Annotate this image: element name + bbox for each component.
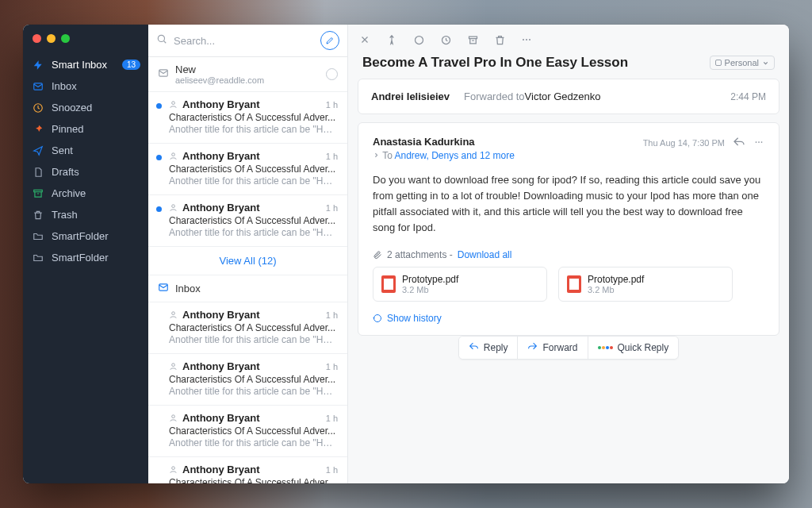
- search-input[interactable]: [174, 35, 314, 47]
- message-from: Anthony Bryant: [182, 150, 260, 162]
- section-title: New: [175, 64, 264, 75]
- compose-button[interactable]: [320, 31, 339, 50]
- message-date: Thu Aug 14, 7:30 PM: [643, 138, 725, 148]
- sidebar-item-drafts[interactable]: Drafts: [23, 161, 148, 183]
- message-subject: Characteristics Of A Successful Adver...: [169, 425, 338, 437]
- svg-point-17: [526, 39, 527, 40]
- svg-point-10: [172, 364, 175, 367]
- paperclip-icon: [373, 250, 382, 260]
- message-subject: Characteristics Of A Successful Adver...: [169, 374, 338, 385]
- sidebar-item-snoozed[interactable]: Snoozed: [23, 97, 148, 118]
- chevron-right-icon: [373, 152, 380, 159]
- reply-icon[interactable]: [733, 136, 745, 150]
- message-item[interactable]: Anthony Bryant1 hCharacteristics Of A Su…: [148, 195, 347, 247]
- mail-icon: [158, 67, 169, 81]
- delete-icon[interactable]: [492, 33, 507, 47]
- recipients-link[interactable]: Andrew, Denys and 12 more: [394, 150, 514, 161]
- forward-sender: Andrei Ielisieiev: [371, 90, 450, 102]
- svg-point-9: [172, 312, 175, 315]
- message-list-pane: New aeliseev@readdle.com Anthony Bryant1…: [148, 25, 348, 483]
- sidebar-item-smart-inbox[interactable]: Smart Inbox 13: [23, 54, 148, 75]
- message-item[interactable]: Anthony Bryant1 hCharacteristics Of A Su…: [148, 302, 347, 354]
- close-window-button[interactable]: [33, 34, 41, 43]
- unread-dot-icon: [156, 155, 162, 160]
- quick-reply-button[interactable]: Quick Reply: [588, 337, 679, 359]
- sidebar-item-archive[interactable]: Archive: [23, 183, 148, 204]
- svg-point-16: [523, 39, 524, 40]
- message-time: 1 h: [326, 203, 338, 213]
- message-time: 1 h: [326, 362, 338, 371]
- forwarded-summary[interactable]: Andrei Ielisieiev Forwarded to Victor Ge…: [358, 79, 779, 114]
- svg-rect-15: [469, 37, 477, 39]
- mark-read-icon[interactable]: [412, 33, 426, 47]
- message-item[interactable]: Anthony Bryant1 hCharacteristics Of A Su…: [148, 144, 347, 195]
- sidebar-item-trash[interactable]: Trash: [23, 204, 148, 225]
- attachment-item[interactable]: Prototype.pdf3.2 Mb: [558, 267, 733, 302]
- attachment-item[interactable]: Prototype.pdf3.2 Mb: [373, 267, 547, 302]
- message-item[interactable]: Anthony Bryant1 hCharacteristics Of A Su…: [148, 92, 347, 144]
- archive-icon[interactable]: [465, 33, 480, 47]
- reply-button[interactable]: Reply: [459, 337, 519, 359]
- sidebar-item-sent[interactable]: Sent: [23, 140, 148, 161]
- sidebar-item-label: Smart Inbox: [52, 59, 107, 71]
- attachment-name: Prototype.pdf: [588, 274, 644, 285]
- close-icon[interactable]: [358, 33, 372, 47]
- pdf-icon: [381, 275, 396, 293]
- message-sender: Anastasia Kadurkina: [373, 136, 515, 148]
- pin-icon[interactable]: [385, 33, 399, 47]
- pdf-icon: [567, 275, 581, 293]
- sidebar-item-label: Drafts: [52, 166, 79, 178]
- window-controls: [23, 29, 148, 54]
- svg-point-6: [172, 153, 175, 156]
- svg-point-3: [158, 35, 164, 41]
- forward-button[interactable]: Forward: [518, 337, 588, 359]
- sidebar-item-smartfolder-2[interactable]: SmartFolder: [23, 247, 148, 268]
- chevron-down-icon: [762, 60, 769, 67]
- svg-rect-2: [34, 190, 43, 191]
- archive-icon: [33, 188, 44, 199]
- reader-toolbar: [348, 25, 789, 55]
- show-history-button[interactable]: Show history: [373, 313, 764, 324]
- sidebar-item-inbox[interactable]: Inbox: [23, 75, 148, 97]
- snooze-icon[interactable]: [439, 33, 453, 47]
- download-all-link[interactable]: Download all: [458, 249, 512, 260]
- unread-badge: 13: [122, 60, 140, 70]
- message-item[interactable]: Anthony Bryant1 hCharacteristics Of A Su…: [148, 457, 347, 483]
- message-body: Do you want to download free song for ip…: [373, 172, 764, 237]
- category-tag[interactable]: Personal: [710, 56, 775, 70]
- svg-point-7: [172, 205, 175, 208]
- person-icon: [169, 152, 178, 160]
- person-icon: [169, 414, 178, 422]
- inbox-icon: [33, 81, 44, 92]
- section-header-inbox[interactable]: Inbox: [148, 275, 347, 302]
- folder-icon: [33, 252, 44, 264]
- svg-point-13: [415, 36, 423, 44]
- minimize-window-button[interactable]: [47, 34, 56, 43]
- person-icon: [169, 203, 178, 212]
- message-preview: Another title for this article can be "H…: [169, 175, 338, 187]
- attachment-size: 3.2 Mb: [402, 285, 458, 294]
- svg-point-11: [172, 415, 175, 418]
- message-subject: Characteristics Of A Successful Adver...: [169, 164, 338, 175]
- message-item[interactable]: Anthony Bryant1 hCharacteristics Of A Su…: [148, 354, 347, 406]
- attachment-size: 3.2 Mb: [588, 285, 644, 294]
- reader-pane: Become A Travel Pro In One Easy Lesson P…: [348, 25, 789, 483]
- more-icon[interactable]: [519, 33, 534, 47]
- sidebar-item-pinned[interactable]: Pinned: [23, 118, 148, 140]
- section-subtitle: aeliseev@readdle.com: [175, 75, 264, 85]
- sidebar-item-smartfolder-1[interactable]: SmartFolder: [23, 225, 148, 247]
- view-all-button[interactable]: View All (12): [148, 247, 347, 275]
- section-header-new[interactable]: New aeliseev@readdle.com: [148, 57, 347, 92]
- mark-done-icon[interactable]: [326, 68, 338, 80]
- message-recipients[interactable]: To Andrew, Denys and 12 more: [373, 150, 515, 161]
- maximize-window-button[interactable]: [61, 34, 70, 43]
- message-item[interactable]: Anthony Bryant1 hCharacteristics Of A Su…: [148, 406, 347, 457]
- app-window: Smart Inbox 13 Inbox Snoozed Pinned Sent…: [23, 25, 789, 483]
- attachment-name: Prototype.pdf: [402, 274, 458, 285]
- message-from: Anthony Bryant: [182, 412, 260, 424]
- sidebar: Smart Inbox 13 Inbox Snoozed Pinned Sent…: [23, 25, 148, 483]
- message-time: 1 h: [326, 100, 338, 110]
- message-time: 1 h: [326, 310, 338, 320]
- more-icon[interactable]: [753, 137, 764, 149]
- message-from: Anthony Bryant: [182, 202, 260, 214]
